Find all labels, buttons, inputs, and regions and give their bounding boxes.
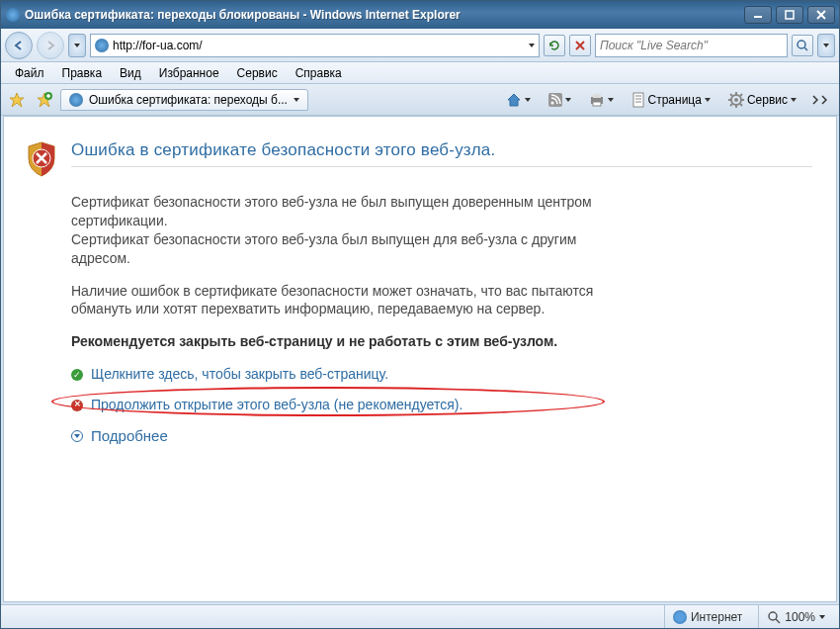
tab-label: Ошибка сертификата: переходы б... [89, 93, 288, 107]
ie-icon [5, 7, 21, 23]
tools-label: Сервис [747, 93, 788, 107]
svg-line-26 [730, 94, 732, 96]
menu-help[interactable]: Справка [288, 64, 350, 82]
zoom-icon [767, 610, 781, 624]
close-button[interactable] [807, 6, 835, 24]
content-area: Ошибка в сертификате безопасности этого … [3, 116, 837, 602]
url-input[interactable] [113, 39, 525, 52]
cert-paragraph-2: Сертификат безопасности этого веб-узла б… [71, 231, 576, 266]
warning-icon: ✕ [71, 400, 83, 411]
svg-rect-15 [593, 102, 601, 106]
svg-rect-16 [633, 93, 643, 107]
menu-bar: Файл Правка Вид Избранное Сервис Справка [1, 62, 839, 84]
svg-rect-1 [786, 11, 794, 19]
zoom-control[interactable]: 100% [758, 605, 833, 628]
stop-button[interactable] [569, 35, 591, 56]
cert-paragraph-3: Наличие ошибок в сертификате безопасност… [71, 282, 625, 319]
more-info-row: Подробнее [71, 426, 625, 446]
command-bar: Страница Сервис [502, 90, 835, 110]
menu-edit[interactable]: Правка [54, 64, 111, 82]
continue-link[interactable]: Продолжить открытие этого веб-узла (не р… [91, 396, 462, 414]
favorites-star-button[interactable] [5, 88, 29, 112]
menu-view[interactable]: Вид [112, 64, 149, 82]
search-options-button[interactable] [817, 34, 835, 57]
menu-tools[interactable]: Сервис [229, 64, 286, 82]
address-bar[interactable] [90, 34, 540, 57]
svg-line-27 [740, 104, 742, 106]
maximize-button[interactable] [776, 6, 803, 24]
globe-icon [673, 610, 687, 624]
svg-point-12 [550, 101, 553, 104]
zoom-dropdown-icon[interactable] [819, 615, 825, 619]
page-button[interactable]: Страница [628, 90, 714, 110]
window-buttons [744, 6, 835, 24]
more-info-link[interactable]: Подробнее [91, 426, 168, 446]
certificate-error-page: Ошибка в сертификате безопасности этого … [4, 117, 836, 482]
search-box[interactable] [595, 34, 788, 57]
close-page-link[interactable]: Щелкните здесь, чтобы закрыть веб-страни… [91, 365, 388, 384]
svg-line-28 [730, 104, 732, 106]
svg-line-34 [776, 619, 780, 623]
page-label: Страница [648, 93, 702, 107]
forward-button[interactable] [37, 32, 64, 59]
svg-rect-14 [593, 94, 601, 98]
tab-dropdown-icon[interactable] [294, 98, 299, 102]
navigation-bar [1, 29, 839, 62]
tools-button[interactable]: Сервис [724, 90, 800, 110]
svg-line-7 [804, 47, 807, 50]
tab-bar: Ошибка сертификата: переходы б... Страни… [1, 84, 839, 116]
svg-point-33 [769, 612, 777, 620]
svg-line-29 [740, 94, 742, 96]
browser-window: Ошибка сертификата: переходы блокированы… [0, 0, 840, 629]
zone-label: Интернет [691, 610, 742, 624]
tab-ie-icon [69, 93, 83, 107]
print-button[interactable] [585, 91, 618, 109]
check-icon: ✓ [71, 369, 83, 381]
toolbar-chevron[interactable] [810, 95, 829, 105]
status-bar: Интернет 100% [1, 604, 839, 628]
page-icon [95, 39, 109, 52]
cert-error-title: Ошибка в сертификате безопасности этого … [71, 140, 812, 160]
tab-current[interactable]: Ошибка сертификата: переходы б... [60, 89, 308, 111]
feeds-button[interactable] [545, 91, 575, 109]
back-button[interactable] [5, 32, 33, 59]
search-input[interactable] [600, 39, 783, 52]
menu-favorites[interactable]: Избранное [151, 64, 227, 82]
address-dropdown-icon[interactable] [529, 44, 535, 47]
menu-file[interactable]: Файл [7, 64, 52, 82]
shield-icon [26, 140, 57, 178]
svg-point-21 [734, 98, 738, 102]
minimize-button[interactable] [744, 6, 772, 24]
divider [71, 166, 812, 167]
window-title: Ошибка сертификата: переходы блокированы… [25, 8, 744, 22]
search-button[interactable] [792, 35, 813, 56]
close-page-link-row: ✓ Щелкните здесь, чтобы закрыть веб-стра… [71, 365, 625, 384]
cert-paragraph-1: Сертификат безопасности этого веб-узла н… [71, 194, 592, 228]
security-zone[interactable]: Интернет [664, 605, 750, 628]
recent-pages-button[interactable] [68, 34, 86, 57]
expand-icon[interactable] [71, 430, 83, 442]
zoom-level: 100% [785, 610, 815, 624]
home-button[interactable] [502, 90, 535, 110]
cert-recommendation: Рекомендуется закрыть веб-страницу и не … [71, 332, 625, 351]
svg-point-6 [798, 41, 805, 48]
add-favorite-button[interactable] [33, 88, 56, 112]
refresh-button[interactable] [544, 35, 565, 56]
continue-link-row: ✕ Продолжить открытие этого веб-узла (не… [71, 396, 625, 414]
titlebar: Ошибка сертификата: переходы блокированы… [1, 1, 839, 29]
